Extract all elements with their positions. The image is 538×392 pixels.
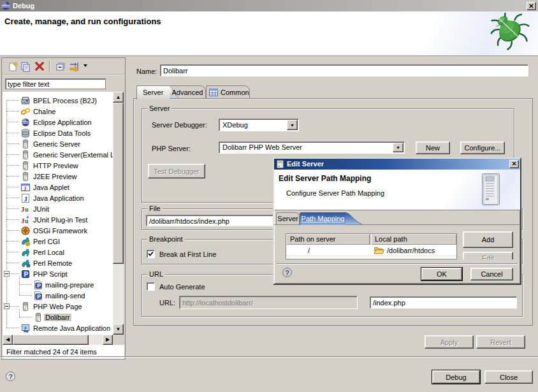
svg-text:P: P <box>37 282 41 289</box>
svg-text:P: P <box>24 271 29 278</box>
svg-text:P: P <box>37 293 41 300</box>
svg-text:J: J <box>24 195 28 203</box>
svg-text:u: u <box>25 217 29 224</box>
svg-text:u: u <box>25 206 29 213</box>
svg-text:J: J <box>24 326 27 331</box>
svg-text:J: J <box>24 185 27 192</box>
